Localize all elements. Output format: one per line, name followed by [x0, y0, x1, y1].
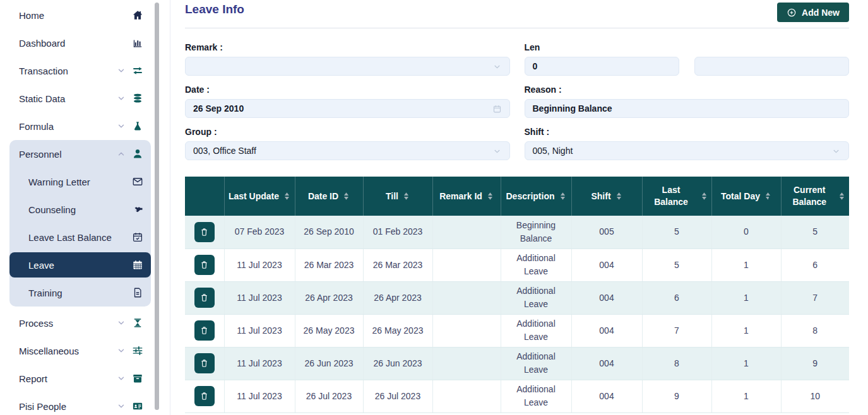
date-input[interactable]: 26 Sep 2010: [185, 99, 510, 118]
column-header-current-balance[interactable]: Current Balance: [781, 177, 849, 216]
table-cell: 11 Jul 2023: [224, 314, 295, 347]
trash-icon: [199, 260, 209, 270]
column-header-date-id[interactable]: Date ID: [295, 177, 363, 216]
sidebar-item-label: Leave Last Balance: [28, 232, 132, 243]
table-cell: 004: [571, 314, 642, 347]
group-select[interactable]: 003, Office Staff: [185, 141, 510, 160]
sidebar-item-formula[interactable]: Formula: [9, 112, 151, 140]
reason-label: Reason :: [525, 85, 850, 95]
sidebar-item-transaction[interactable]: Transaction: [9, 57, 151, 85]
group-field-group: Group : 003, Office Staff: [185, 127, 510, 160]
trash-icon: [199, 325, 209, 336]
table-header-row: Last Update Date ID Till Remark Id Descr…: [185, 177, 849, 216]
add-new-button[interactable]: Add New: [777, 3, 849, 22]
table-cell: 5: [642, 248, 711, 281]
main-content: Leave Info Add New Remark : L: [170, 0, 868, 415]
column-header-last-update[interactable]: Last Update: [224, 177, 295, 216]
sliders-icon: [132, 345, 143, 356]
column-header-till[interactable]: Till: [363, 177, 432, 216]
remark-label: Remark :: [185, 42, 510, 52]
table-cell: 26 Jun 2023: [295, 347, 363, 380]
column-header-total-day[interactable]: Total Day: [711, 177, 781, 216]
delete-row-button[interactable]: [194, 386, 215, 406]
table-cell: Additional Leave: [501, 347, 571, 380]
sidebar-scrollbar[interactable]: [155, 3, 159, 410]
column-header-last-balance[interactable]: Last Balance: [642, 177, 711, 216]
table-cell: 1: [711, 248, 781, 281]
sidebar-item-leave-last-balance[interactable]: Leave Last Balance: [9, 223, 151, 251]
table-cell: 26 Apr 2023: [295, 281, 363, 314]
chevron-down-icon: [117, 94, 126, 103]
table-cell: Additional Leave: [501, 314, 571, 347]
date-value: 26 Sep 2010: [193, 103, 244, 114]
person-icon: [132, 148, 143, 160]
table-cell: 1: [711, 281, 781, 314]
column-header-remark-id[interactable]: Remark Id: [432, 177, 501, 216]
row-action-cell: [185, 281, 224, 314]
sidebar-item-personnel[interactable]: Personnel: [9, 140, 151, 168]
bar-chart-icon: [132, 37, 143, 49]
table-cell: 005: [571, 216, 642, 248]
table-cell: 11 Jul 2023: [224, 380, 295, 412]
row-action-cell: [185, 347, 224, 380]
len-input[interactable]: 0: [525, 57, 679, 76]
table-cell: 07 Feb 2023: [224, 216, 295, 248]
sort-icon: [615, 191, 622, 201]
table-cell: 26 Mar 2023: [295, 248, 363, 281]
sidebar-item-leave[interactable]: Leave: [9, 252, 151, 278]
document-icon: [132, 287, 143, 298]
table-cell: 26 Jul 2023: [295, 380, 363, 412]
column-header-description[interactable]: Description: [501, 177, 571, 216]
flask-icon: [132, 120, 143, 132]
sidebar-item-counseling[interactable]: Counseling: [9, 196, 151, 223]
delete-row-button[interactable]: [194, 222, 215, 242]
reason-input[interactable]: Beginning Balance: [525, 99, 850, 118]
delete-row-button[interactable]: [194, 255, 215, 275]
date-field-group: Date : 26 Sep 2010: [185, 85, 510, 118]
table-cell: 8: [781, 314, 849, 347]
chevron-down-icon: [117, 346, 126, 355]
sort-icon: [838, 191, 845, 201]
table-cell: 8: [642, 347, 711, 380]
delete-row-button[interactable]: [194, 288, 215, 308]
len-field-group: Len 0: [525, 42, 850, 76]
shift-field-group: Shift : 005, Night: [525, 127, 850, 160]
table-cell: 26 Apr 2023: [363, 281, 432, 314]
leave-table: Last Update Date ID Till Remark Id Descr…: [185, 177, 849, 413]
remark-field-group: Remark :: [185, 42, 510, 76]
table-cell: 004: [571, 347, 642, 380]
sidebar-item-training[interactable]: Training: [9, 279, 151, 307]
row-action-cell: [185, 380, 224, 412]
column-header-action: [185, 177, 224, 216]
delete-row-button[interactable]: [194, 320, 215, 341]
sidebar-item-report[interactable]: Report: [9, 365, 151, 392]
shift-select[interactable]: 005, Night: [525, 141, 850, 160]
table-cell: 26 May 2023: [295, 314, 363, 347]
table-cell: [432, 248, 501, 281]
sidebar-item-pisi-people[interactable]: Pisi People: [9, 392, 151, 415]
sidebar-item-label: Pisi People: [19, 401, 117, 412]
remark-select[interactable]: [185, 57, 510, 76]
len-label: Len: [525, 42, 850, 52]
table-cell: 10: [781, 380, 849, 412]
sidebar-item-dashboard[interactable]: Dashboard: [9, 29, 151, 57]
table-row: 11 Jul 202326 May 202326 May 2023Additio…: [185, 314, 849, 347]
home-icon: [132, 9, 143, 21]
table-cell: 5: [781, 216, 849, 248]
column-header-shift[interactable]: Shift: [571, 177, 642, 216]
table-cell: 7: [781, 281, 849, 314]
len-extra-input[interactable]: [694, 57, 849, 76]
sidebar-item-process[interactable]: Process: [9, 309, 151, 337]
sidebar-item-static-data[interactable]: Static Data: [9, 85, 151, 112]
trash-icon: [199, 391, 209, 401]
handshake-icon: [132, 204, 143, 215]
delete-row-button[interactable]: [194, 353, 215, 373]
table-cell: 7: [642, 314, 711, 347]
sidebar-item-home[interactable]: Home: [9, 1, 151, 29]
archive-icon: [132, 373, 143, 384]
table-cell: Additional Leave: [501, 281, 571, 314]
table-cell: 004: [571, 248, 642, 281]
sidebar-item-miscellaneous[interactable]: Miscellaneous: [9, 337, 151, 365]
sidebar-item-warning-letter[interactable]: Warning Letter: [9, 168, 151, 196]
table-cell: 1: [711, 314, 781, 347]
